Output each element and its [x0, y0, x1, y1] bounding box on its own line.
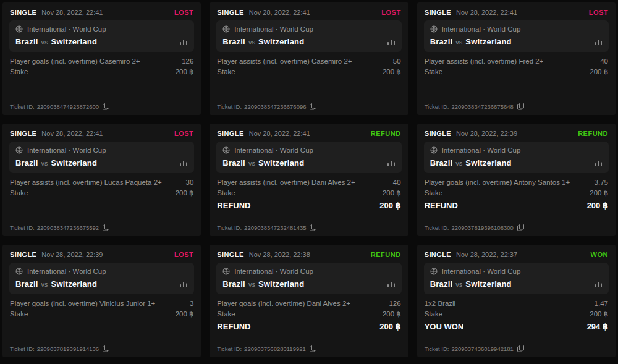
status-badge: REFUND [371, 251, 401, 258]
ticket-header: SINGLE Nov 28, 2022, 22:38 REFUND [216, 250, 401, 263]
vs-label: vs [248, 159, 255, 167]
bet-odds: 3 [190, 300, 193, 307]
copy-ticket-id-button[interactable] [103, 224, 109, 231]
away-team: Switzerland [51, 158, 97, 167]
spacer [9, 197, 194, 224]
stake-label: Stake [10, 310, 28, 318]
stake-row: Stake 200 ฿ [217, 67, 400, 76]
stake-row: Stake 200 ฿ [425, 310, 608, 318]
stake-value: 200 ฿ [383, 67, 401, 76]
ticket-id-prefix: Ticket ID: [10, 345, 35, 352]
match-stats-button[interactable] [595, 281, 603, 287]
away-team: Switzerland [258, 37, 304, 46]
globe-icon [222, 25, 230, 33]
spacer [216, 76, 401, 103]
bar-chart-icon [595, 281, 603, 287]
bet-label: Player assists (incl. overtime) Dani Alv… [217, 179, 355, 186]
status-badge: LOST [174, 251, 193, 258]
result-label: YOU WON [425, 322, 464, 331]
copy-ticket-id-button[interactable] [103, 103, 109, 110]
bet-timestamp: Nov 28, 2022, 22:41 [249, 9, 310, 16]
away-team: Switzerland [51, 279, 97, 289]
match-row: Brazil vs Switzerland [15, 37, 188, 46]
ticket-id-value: 2209037819391914136 [37, 345, 99, 352]
bet-label: 1x2 Brazil [425, 300, 456, 307]
ticket-header: SINGLE Nov 28, 2022, 22:41 LOST [9, 8, 194, 20]
result-row: REFUND 200 ฿ [425, 201, 608, 210]
bet-details: Player goals (incl. overtime) Dani Alves… [216, 300, 401, 331]
ticket-id-value: 2209037436019942181 [451, 345, 513, 352]
bet-ticket-card[interactable]: SINGLE Nov 28, 2022, 22:41 LOST Internat… [2, 2, 201, 115]
bet-ticket-card[interactable]: SINGLE Nov 28, 2022, 22:38 REFUND Intern… [210, 245, 408, 357]
copy-icon [310, 345, 316, 352]
match-stats-button[interactable] [180, 159, 188, 166]
copy-ticket-id-button[interactable] [310, 345, 316, 352]
ticket-id-value: 2209038347232481435 [244, 224, 306, 231]
copy-ticket-id-button[interactable] [517, 103, 524, 110]
bet-type-label: SINGLE [425, 251, 451, 258]
bet-details: Player goals (incl. overtime) Casemiro 2… [9, 57, 194, 76]
status-badge: REFUND [578, 130, 608, 137]
stake-value: 200 ฿ [176, 188, 194, 197]
bet-details: 1x2 Brazil 1.47 Stake 200 ฿ YOU WON 294 … [424, 300, 609, 331]
copy-icon [103, 345, 109, 352]
league-label: International · World Cup [442, 146, 521, 154]
home-team: Brazil [222, 279, 245, 289]
ticket-header: SINGLE Nov 28, 2022, 22:39 REFUND [424, 129, 609, 142]
bet-ticket-card[interactable]: SINGLE Nov 28, 2022, 22:39 LOST Internat… [2, 245, 201, 357]
bet-ticket-card[interactable]: SINGLE Nov 28, 2022, 22:41 LOST Internat… [2, 124, 201, 236]
bet-type-label: SINGLE [217, 130, 243, 137]
bet-ticket-card[interactable]: SINGLE Nov 28, 2022, 22:41 REFUND Intern… [210, 124, 408, 236]
copy-ticket-id-button[interactable] [310, 103, 316, 110]
match-stats-button[interactable] [595, 159, 603, 166]
home-team: Brazil [430, 37, 453, 46]
vs-label: vs [41, 38, 48, 46]
away-team: Switzerland [258, 279, 304, 289]
event-panel: International · World Cup Brazil vs Swit… [9, 263, 194, 294]
bet-odds: 1.47 [595, 300, 608, 307]
league-row: International · World Cup [15, 268, 188, 275]
match-stats-button[interactable] [387, 281, 396, 287]
copy-ticket-id-button[interactable] [310, 224, 316, 231]
copy-icon [103, 224, 109, 231]
vs-label: vs [455, 281, 462, 288]
ticket-id-value: 2209038347236675592 [37, 224, 99, 231]
ticket-header: SINGLE Nov 28, 2022, 22:37 WON [424, 250, 609, 263]
copy-ticket-id-button[interactable] [517, 224, 524, 231]
match-stats-button[interactable] [387, 159, 396, 166]
globe-icon [430, 25, 438, 33]
ticket-id-prefix: Ticket ID: [10, 224, 35, 231]
bet-row: Player goals (incl. overtime) Casemiro 2… [10, 57, 193, 65]
match-stats-button[interactable] [180, 281, 188, 287]
away-team: Switzerland [465, 158, 511, 167]
league-row: International · World Cup [430, 268, 603, 275]
match-stats-button[interactable] [180, 38, 188, 45]
copy-ticket-id-button[interactable] [517, 345, 524, 352]
status-badge: LOST [174, 130, 193, 137]
match-stats-button[interactable] [595, 38, 603, 45]
copy-ticket-id-button[interactable] [103, 345, 109, 352]
bar-chart-icon [180, 38, 188, 45]
event-panel: International · World Cup Brazil vs Swit… [424, 142, 609, 173]
bar-chart-icon [387, 38, 396, 45]
bet-label: Player goals (incl. overtime) Dani Alves… [217, 300, 350, 307]
match-stats-button[interactable] [387, 38, 396, 45]
bet-label: Player goals (incl. overtime) Casemiro 2… [10, 57, 140, 65]
copy-icon [103, 103, 109, 110]
ticket-id-row: Ticket ID:2209038347236676096 [216, 103, 401, 110]
bet-ticket-card[interactable]: SINGLE Nov 28, 2022, 22:41 LOST Internat… [210, 2, 408, 115]
bet-ticket-card[interactable]: SINGLE Nov 28, 2022, 22:41 LOST Internat… [417, 2, 616, 115]
ticket-grid: SINGLE Nov 28, 2022, 22:41 LOST Internat… [0, 0, 618, 360]
ticket-id-prefix: Ticket ID: [10, 103, 35, 110]
home-team: Brazil [222, 37, 245, 46]
away-team: Switzerland [51, 37, 97, 46]
ticket-header: SINGLE Nov 28, 2022, 22:39 LOST [9, 250, 194, 263]
bet-ticket-card[interactable]: SINGLE Nov 28, 2022, 22:39 REFUND Intern… [417, 124, 616, 236]
stake-label: Stake [425, 310, 442, 318]
ticket-id-value: 2209038347236676096 [244, 103, 306, 110]
league-label: International · World Cup [234, 268, 313, 275]
league-row: International · World Cup [222, 146, 395, 154]
stake-label: Stake [425, 189, 442, 197]
bet-ticket-card[interactable]: SINGLE Nov 28, 2022, 22:37 WON Internati… [417, 245, 616, 357]
home-team: Brazil [15, 37, 38, 46]
